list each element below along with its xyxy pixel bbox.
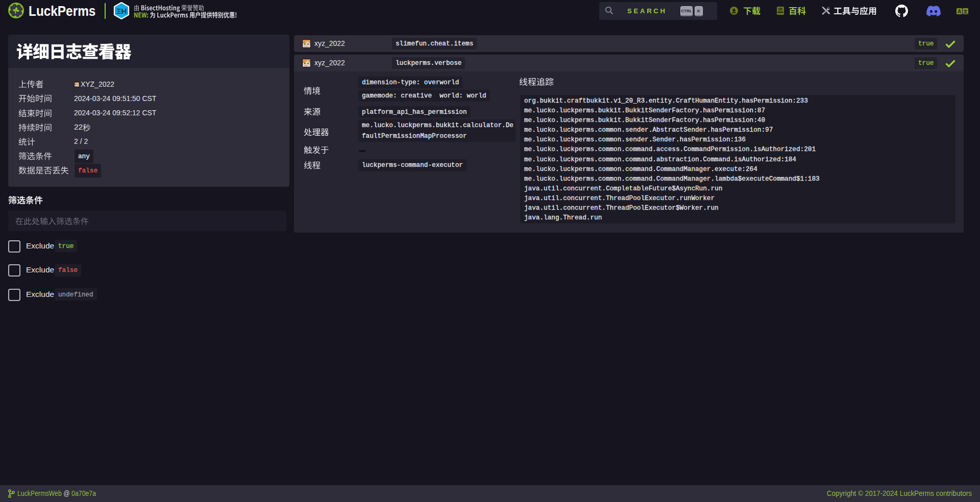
svg-text:文: 文	[963, 9, 968, 14]
svg-text:ΞH: ΞH	[116, 7, 127, 15]
svg-text:A: A	[958, 9, 961, 14]
